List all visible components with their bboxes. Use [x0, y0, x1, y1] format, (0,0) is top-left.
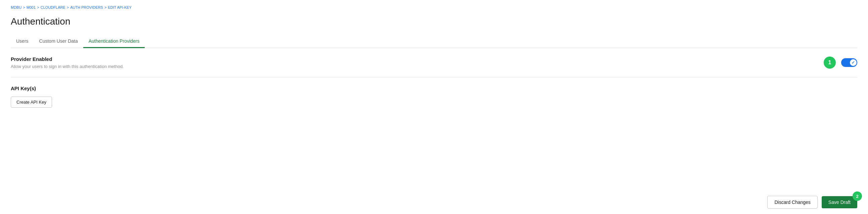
breadcrumb-sep-4: > [104, 5, 106, 9]
page-container: MDBU > M001 > CLOUDFLARE > AUTH PROVIDER… [0, 0, 868, 121]
create-api-key-button[interactable]: Create API Key [11, 97, 52, 108]
discard-changes-button[interactable]: Discard Changes [767, 196, 817, 209]
tab-custom-user-data[interactable]: Custom User Data [34, 35, 83, 48]
api-keys-title: API Key(s) [11, 85, 857, 91]
tab-users[interactable]: Users [11, 35, 34, 48]
tabs-container: Users Custom User Data Authentication Pr… [11, 35, 857, 48]
toggle-check-icon: ✓ [851, 60, 855, 65]
provider-enabled-section: Provider Enabled Allow your users to sig… [11, 48, 857, 77]
toggle-track: ✓ [841, 58, 857, 67]
breadcrumb: MDBU > M001 > CLOUDFLARE > AUTH PROVIDER… [11, 5, 857, 9]
footer-actions: Discard Changes Save Draft 2 [756, 190, 868, 214]
breadcrumb-m001[interactable]: M001 [27, 5, 36, 9]
breadcrumb-sep-2: > [37, 5, 39, 9]
provider-enabled-title: Provider Enabled [11, 56, 824, 62]
provider-enabled-description: Allow your users to sign in with this au… [11, 64, 824, 69]
breadcrumb-sep-1: > [23, 5, 25, 9]
provider-enabled-toggle[interactable]: ✓ [841, 58, 857, 67]
save-draft-label: Save Draft [828, 199, 850, 205]
page-title: Authentication [11, 16, 857, 27]
breadcrumb-mdbu[interactable]: MDBU [11, 5, 22, 9]
breadcrumb-cloudflare[interactable]: CLOUDFLARE [41, 5, 65, 9]
toggle-thumb: ✓ [850, 59, 857, 66]
breadcrumb-auth-providers[interactable]: AUTH PROVIDERS [70, 5, 103, 9]
save-draft-button[interactable]: Save Draft 2 [822, 196, 857, 208]
provider-enabled-row: Provider Enabled Allow your users to sig… [11, 56, 857, 69]
provider-enabled-left: Provider Enabled Allow your users to sig… [11, 56, 824, 69]
step-badge-1: 1 [824, 56, 836, 69]
breadcrumb-sep-3: > [67, 5, 69, 9]
api-keys-section: API Key(s) Create API Key [11, 77, 857, 116]
tab-authentication-providers[interactable]: Authentication Providers [83, 35, 145, 48]
breadcrumb-current: EDIT API-KEY [108, 5, 131, 9]
step-badge-2: 2 [852, 191, 862, 201]
provider-enabled-controls: 1 ✓ [824, 56, 857, 69]
